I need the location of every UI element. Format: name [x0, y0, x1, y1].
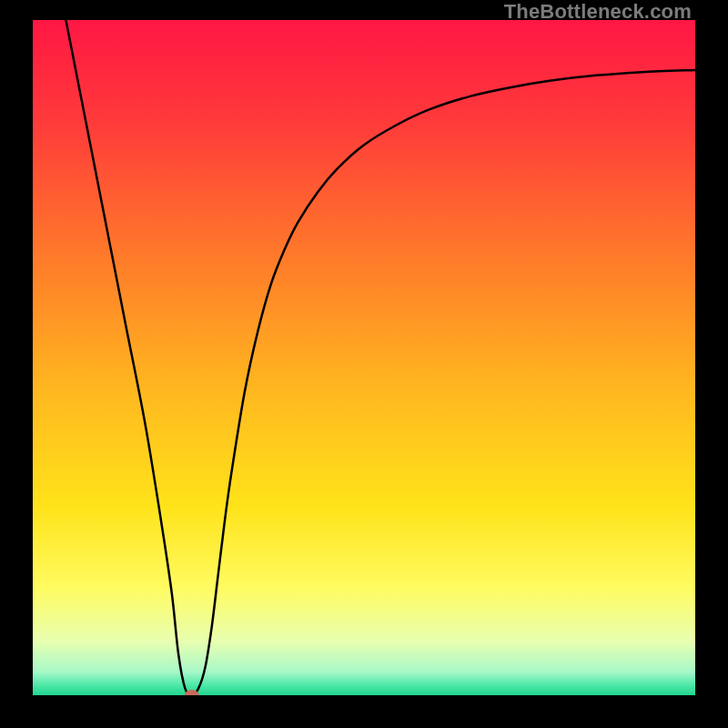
chart-frame: TheBottleneck.com — [0, 0, 728, 728]
plot-area — [33, 20, 695, 695]
bottleneck-curve — [66, 20, 695, 695]
curve-layer — [33, 20, 695, 695]
